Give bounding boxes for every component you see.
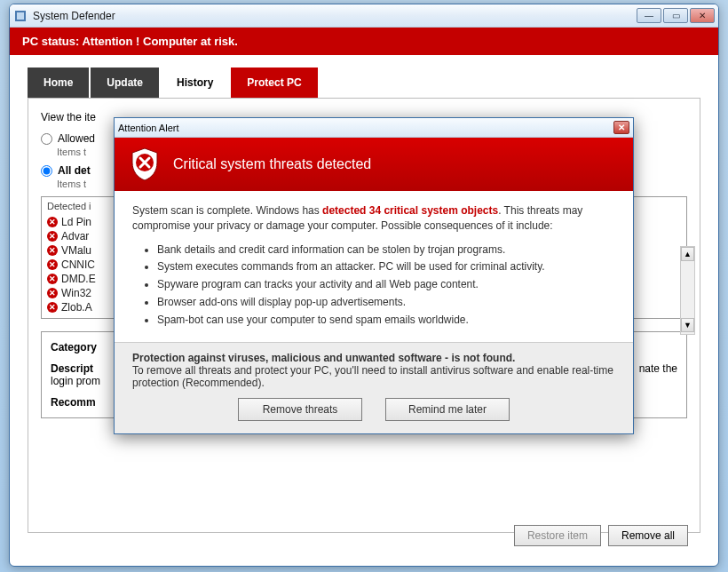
tab-home[interactable]: Home	[28, 68, 89, 98]
minimize-button[interactable]: —	[637, 8, 661, 23]
status-bar: PC status: Attention ! Computer at risk.	[10, 28, 718, 55]
dialog-buttons: Remove threats Remind me later	[132, 398, 615, 421]
tab-protect[interactable]: Protect PC	[231, 68, 317, 98]
description-label: Descript	[51, 362, 93, 375]
tab-history[interactable]: History	[161, 68, 229, 98]
dialog-titlebar[interactable]: Attention Alert ✕	[115, 118, 633, 138]
svg-rect-1	[17, 12, 24, 20]
dialog-close-button[interactable]: ✕	[613, 121, 629, 134]
threat-name: VMalu	[61, 244, 91, 257]
remind-later-button[interactable]: Remind me later	[385, 398, 510, 421]
list-item: Bank details and credit card information…	[157, 242, 615, 258]
tab-bar: Home Update History Protect PC	[10, 55, 718, 98]
app-icon	[13, 9, 28, 23]
window-title: System Defender	[33, 10, 115, 22]
recomm-label: Recomm	[51, 396, 96, 409]
restore-button[interactable]: Restore item	[514, 525, 601, 546]
threat-name: CNNIC	[61, 258, 95, 271]
remove-all-button[interactable]: Remove all	[608, 525, 688, 546]
threat-name: Zlob.A	[61, 301, 92, 314]
scrollbar[interactable]: ▲ ▼	[680, 246, 695, 335]
dialog-title: Attention Alert	[118, 123, 179, 133]
intro-highlight: detected 34 critical system objects	[322, 204, 498, 217]
threat-name: Win32	[61, 287, 91, 299]
dialog-gray-panel: Protection against viruses, malicious an…	[115, 342, 633, 433]
threat-name: Ld Pin	[61, 216, 91, 228]
scroll-down-icon[interactable]: ▼	[681, 318, 694, 332]
list-item: Spam-bot can use your computer to send s…	[157, 313, 615, 328]
description-tail: nate the	[639, 362, 677, 375]
bottom-buttons: Restore item Remove all	[514, 525, 688, 546]
dialog-red-header: Critical system threats detected	[115, 138, 633, 191]
alert-dialog: Attention Alert ✕ Critical system threat…	[114, 117, 634, 434]
radio-allowed[interactable]	[41, 133, 52, 145]
x-icon: ✕	[47, 274, 58, 284]
threat-name: DMD.E	[61, 273, 96, 285]
maximize-button[interactable]: ▭	[663, 8, 688, 23]
list-item: Browser add-ons will display pop-up adve…	[157, 295, 615, 310]
gray-lead: Protection against viruses, malicious an…	[132, 352, 515, 364]
consequence-list: Bank details and credit card information…	[157, 242, 615, 328]
close-button[interactable]: ✕	[690, 8, 715, 23]
shield-x-icon	[129, 147, 161, 182]
x-icon: ✕	[47, 259, 58, 270]
remove-threats-button[interactable]: Remove threats	[238, 398, 362, 421]
dialog-intro: System scan is complete. Windows has det…	[132, 203, 615, 234]
x-icon: ✕	[47, 288, 58, 298]
scroll-up-icon[interactable]: ▲	[681, 247, 694, 261]
list-item: System executes commands from an attacke…	[157, 259, 615, 274]
dialog-body: System scan is complete. Windows has det…	[115, 191, 633, 342]
intro-prefix: System scan is complete. Windows has	[132, 204, 322, 217]
x-icon: ✕	[47, 245, 58, 256]
tab-update[interactable]: Update	[91, 68, 159, 98]
x-icon: ✕	[47, 302, 58, 313]
radio-alldetected-label: All det	[58, 164, 91, 177]
threat-name: Advar	[61, 230, 89, 242]
list-item: Spyware program can tracks your activity…	[157, 277, 615, 292]
x-icon: ✕	[47, 231, 58, 242]
x-icon: ✕	[47, 217, 58, 227]
radio-alldetected[interactable]	[41, 165, 52, 177]
category-label: Category	[51, 341, 97, 354]
gray-body: To remove all threats and protect your P…	[132, 364, 615, 389]
titlebar[interactable]: System Defender — ▭ ✕	[10, 4, 718, 28]
dialog-heading: Critical system threats detected	[173, 156, 371, 172]
radio-allowed-label: Allowed	[58, 132, 95, 145]
